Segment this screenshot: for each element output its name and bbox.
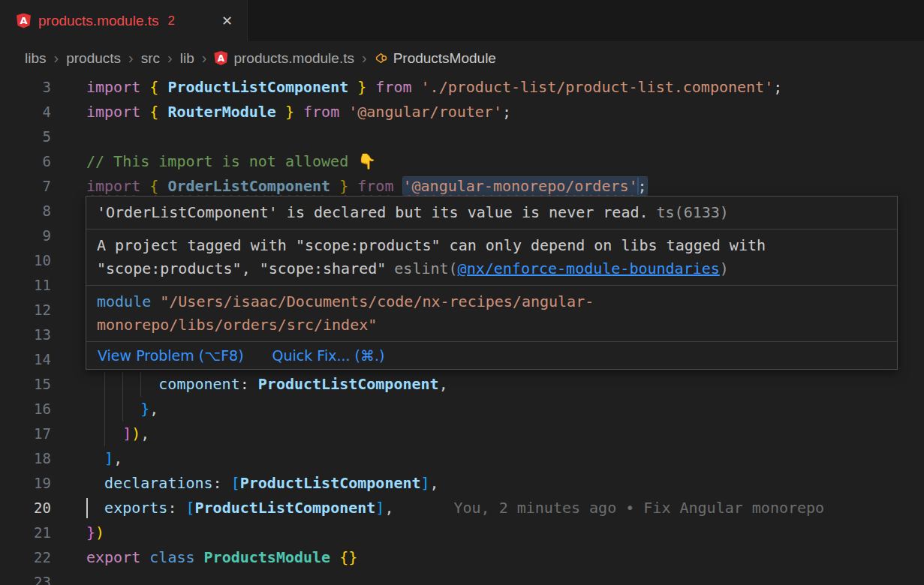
view-problem-action[interactable]: View Problem (⌥F8): [98, 347, 244, 364]
line-number-8[interactable]: 8: [0, 199, 68, 224]
line-number-23[interactable]: 23: [0, 570, 68, 585]
code-token: exports: [104, 499, 167, 517]
ts-diagnostic-source: ts(6133): [657, 203, 729, 221]
code-token: ,: [149, 400, 158, 418]
line-number-18[interactable]: 18: [0, 446, 68, 471]
chevron-right-icon: ›: [167, 50, 173, 67]
ts-diagnostic-row: 'OrderListComponent' is declared but its…: [86, 196, 897, 230]
line-number-22[interactable]: 22: [0, 545, 68, 570]
code-token: ProductsModule: [204, 548, 331, 566]
code-token: }: [285, 103, 294, 121]
line-number-16[interactable]: 16: [0, 397, 68, 422]
close-icon[interactable]: ✕: [218, 12, 236, 30]
indent-guide: [104, 397, 105, 422]
line-number-14[interactable]: 14: [0, 347, 68, 372]
eslint-rule-link[interactable]: @nx/enforce-module-boundaries: [458, 260, 720, 278]
code-token: [: [231, 474, 240, 492]
indent-guide: [122, 372, 123, 397]
chevron-right-icon: ›: [128, 50, 134, 67]
code-line-4[interactable]: import { RouterModule } from '@angular/r…: [86, 100, 924, 124]
code-line-5[interactable]: [86, 124, 924, 149]
module-path: "/Users/isaac/Documents/code/nx-recipes/…: [97, 292, 594, 334]
line-number-7[interactable]: 7: [0, 174, 68, 199]
code-line-20[interactable]: exports: [ProductListComponent],You, 2 m…: [86, 496, 924, 520]
code-line-19[interactable]: declarations: [ProductListComponent],: [86, 471, 924, 496]
code-token: ProductListComponent: [195, 499, 376, 517]
breadcrumb-item-symbol[interactable]: ProductsModule: [375, 50, 496, 67]
code-token: [249, 375, 258, 393]
indent-guide: [104, 372, 105, 397]
line-number-17[interactable]: 17: [0, 422, 68, 446]
tab-products-module[interactable]: A products.module.ts 2 ✕: [0, 0, 248, 41]
code-token: from: [357, 177, 393, 195]
line-number-6[interactable]: 6: [0, 149, 68, 174]
line-number-12[interactable]: 12: [0, 298, 68, 322]
code-token: import: [86, 78, 140, 96]
line-number-20[interactable]: 20: [0, 496, 68, 520]
line-number-11[interactable]: 11: [0, 273, 68, 298]
eslint-source-prefix: eslint(: [394, 260, 457, 278]
breadcrumb-item-src[interactable]: src: [141, 50, 160, 67]
breadcrumb-item-lib[interactable]: lib: [180, 50, 194, 67]
code-token: [412, 78, 421, 96]
tab-title: products.module.ts: [38, 13, 159, 29]
code-token: [: [185, 499, 194, 517]
breadcrumb-item-products[interactable]: products: [66, 50, 121, 67]
code-token: [222, 474, 231, 492]
code-token: [140, 177, 149, 195]
code-token: ProductListComponent: [240, 474, 421, 492]
code-token: [276, 103, 285, 121]
code-token: [158, 78, 167, 96]
code-token: [158, 177, 167, 195]
line-number-19[interactable]: 19: [0, 471, 68, 496]
code-token: ,: [113, 449, 122, 467]
code-token: [348, 177, 357, 195]
code-line-21[interactable]: }): [86, 520, 924, 545]
code-token: ,: [140, 424, 149, 442]
line-number-15[interactable]: 15: [0, 372, 68, 397]
code-token: [86, 474, 104, 492]
line-number-10[interactable]: 10: [0, 248, 68, 273]
code-token: }: [140, 400, 149, 418]
code-token: :: [240, 375, 249, 393]
indent-guide: [122, 397, 123, 422]
code-token: export: [86, 548, 140, 566]
code-token: ,: [430, 474, 439, 492]
eslint-source-suffix: ): [720, 260, 729, 278]
code-line-18[interactable]: ],: [86, 446, 924, 471]
code-token: class: [149, 548, 194, 566]
chevron-right-icon: ›: [54, 50, 59, 67]
chevron-right-icon: ›: [362, 50, 367, 67]
line-number-21[interactable]: 21: [0, 520, 68, 545]
code-token: ProductListComponent: [258, 375, 439, 393]
quick-fix-action[interactable]: Quick Fix... (⌘.): [272, 347, 385, 364]
eslint-diagnostic-row: A project tagged with "scope:products" c…: [86, 230, 897, 286]
breadcrumb-item-file[interactable]: A products.module.ts: [214, 50, 354, 67]
code-line-6[interactable]: // This import is not allowed 👇: [86, 149, 924, 174]
line-number-4[interactable]: 4: [0, 100, 68, 124]
breadcrumb-item-libs[interactable]: libs: [25, 50, 47, 67]
code-line-17[interactable]: ]),: [86, 422, 924, 446]
code-line-16[interactable]: },: [86, 397, 924, 422]
code-token: // This import is not allowed 👇: [86, 152, 376, 170]
line-number-13[interactable]: 13: [0, 322, 68, 347]
code-token: ): [95, 524, 104, 542]
code-line-3[interactable]: import { ProductListComponent } from './…: [86, 75, 924, 100]
code-line-22[interactable]: export class ProductsModule {}: [86, 545, 924, 570]
code-token: ]: [375, 499, 384, 517]
line-number-9[interactable]: 9: [0, 224, 68, 248]
angular-icon: A: [214, 51, 227, 65]
inline-blame-annotation: You, 2 minutes ago • Fix Angular monorep…: [453, 499, 824, 517]
angular-icon: A: [17, 14, 31, 28]
line-number-5[interactable]: 5: [0, 124, 68, 149]
code-token: [330, 548, 339, 566]
code-token: [393, 177, 402, 195]
code-token: './product-list/product-list.component': [421, 78, 774, 96]
code-token: '@angular-monorepo/orders': [403, 177, 638, 195]
code-token: }: [357, 78, 366, 96]
code-token: component: [158, 375, 239, 393]
line-number-3[interactable]: 3: [0, 75, 68, 100]
code-line-15[interactable]: component: ProductListComponent,: [86, 372, 924, 397]
code-token: ,: [384, 499, 393, 517]
code-line-23[interactable]: [86, 570, 924, 585]
